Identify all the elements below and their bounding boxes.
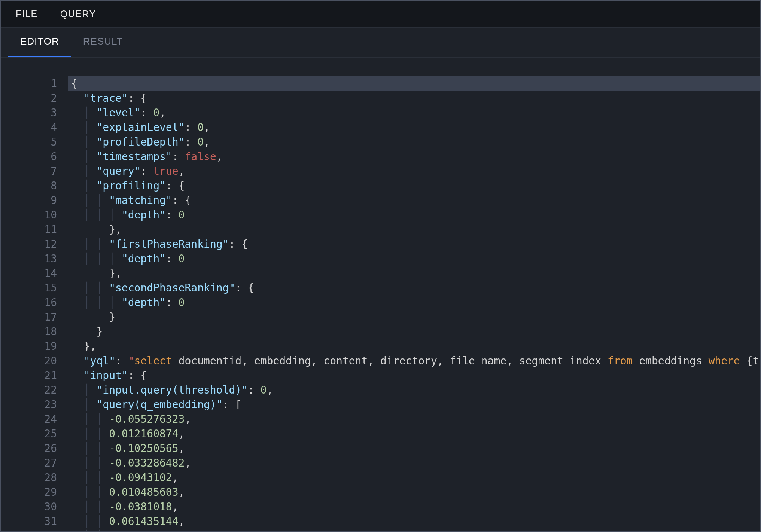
line-number: 29 — [1, 485, 57, 499]
line-number: 7 — [1, 164, 57, 178]
tab-bar: EDITOR RESULT — [1, 28, 760, 58]
code-line[interactable]: { — [68, 76, 760, 91]
line-number: 13 — [1, 251, 57, 266]
line-number: 27 — [1, 456, 57, 470]
code-line[interactable]: │ │ -0.055276323, — [68, 412, 760, 426]
line-number: 2 — [1, 91, 57, 106]
line-number: 20 — [1, 354, 57, 368]
code-line[interactable]: │ │ 0.011021198, — [68, 529, 760, 531]
line-number: 14 — [1, 266, 57, 281]
code-line[interactable]: │ "query(q_embedding)": [ — [68, 397, 760, 412]
code-line[interactable]: │ │ -0.033286482, — [68, 456, 760, 470]
code-line[interactable]: │ │ "matching": { — [68, 193, 760, 208]
line-number: 1 — [1, 76, 57, 91]
code-line[interactable]: │ │ │ "depth": 0 — [68, 251, 760, 266]
code-line[interactable]: │ "profiling": { — [68, 178, 760, 193]
line-number: 8 — [1, 178, 57, 193]
code-line[interactable]: │ │ "secondPhaseRanking": { — [68, 281, 760, 295]
line-number: 12 — [1, 237, 57, 251]
code-line[interactable]: │ │ "firstPhaseRanking": { — [68, 237, 760, 251]
code-line[interactable]: │ │ -0.0381018, — [68, 499, 760, 514]
code-line[interactable]: │ │ -0.0943102, — [68, 470, 760, 485]
line-number: 28 — [1, 470, 57, 485]
code-line[interactable]: │ │ 0.010485603, — [68, 485, 760, 499]
tab-editor[interactable]: EDITOR — [8, 27, 71, 57]
code-line[interactable]: │ "level": 0, — [68, 106, 760, 120]
line-number: 9 — [1, 193, 57, 208]
code-line[interactable]: │ "timestamps": false, — [68, 149, 760, 164]
code-line[interactable]: │ "profileDepth": 0, — [68, 135, 760, 149]
line-number: 30 — [1, 499, 57, 514]
code-line[interactable]: "input": { — [68, 368, 760, 383]
line-number: 31 — [1, 514, 57, 529]
code-line[interactable]: │ │ │ "depth": 0 — [68, 295, 760, 310]
line-number: 18 — [1, 324, 57, 339]
code-line[interactable]: │ │ 0.012160874, — [68, 426, 760, 441]
menu-bar: FILE QUERY — [1, 1, 760, 28]
line-number: 21 — [1, 368, 57, 383]
code-content[interactable]: { "trace": { │ "level": 0, │ "explainLev… — [68, 76, 760, 531]
line-number: 11 — [1, 222, 57, 237]
line-number: 25 — [1, 426, 57, 441]
line-number: 17 — [1, 310, 57, 324]
code-line[interactable]: │ │ │ "depth": 0 — [68, 208, 760, 222]
line-number: 15 — [1, 281, 57, 295]
code-editor[interactable]: 1234567891011121314151617181920212223242… — [1, 58, 760, 531]
menu-file[interactable]: FILE — [16, 9, 38, 19]
code-line[interactable]: }, — [68, 222, 760, 237]
code-line[interactable]: │ "query": true, — [68, 164, 760, 178]
line-number: 19 — [1, 339, 57, 354]
line-number: 6 — [1, 149, 57, 164]
code-line[interactable]: } — [68, 310, 760, 324]
tab-result[interactable]: RESULT — [71, 27, 135, 57]
line-number: 3 — [1, 106, 57, 120]
code-line[interactable]: }, — [68, 339, 760, 354]
code-line[interactable]: │ │ -0.10250565, — [68, 441, 760, 456]
line-number: 32 — [1, 529, 57, 532]
code-line[interactable]: } — [68, 324, 760, 339]
line-number: 4 — [1, 120, 57, 135]
line-number: 26 — [1, 441, 57, 456]
code-line[interactable]: }, — [68, 266, 760, 281]
line-number: 10 — [1, 208, 57, 222]
code-line[interactable]: "trace": { — [68, 91, 760, 106]
code-line[interactable]: │ "input.query(threshold)": 0, — [68, 383, 760, 397]
line-number-gutter: 1234567891011121314151617181920212223242… — [1, 76, 68, 531]
line-number: 24 — [1, 412, 57, 426]
menu-query[interactable]: QUERY — [60, 9, 96, 19]
code-line[interactable]: "yql": "select documentid, embedding, co… — [68, 354, 760, 368]
line-number: 22 — [1, 383, 57, 397]
line-number: 5 — [1, 135, 57, 149]
line-number: 16 — [1, 295, 57, 310]
line-number: 23 — [1, 397, 57, 412]
code-line[interactable]: │ "explainLevel": 0, — [68, 120, 760, 135]
code-line[interactable]: │ │ 0.061435144, — [68, 514, 760, 529]
